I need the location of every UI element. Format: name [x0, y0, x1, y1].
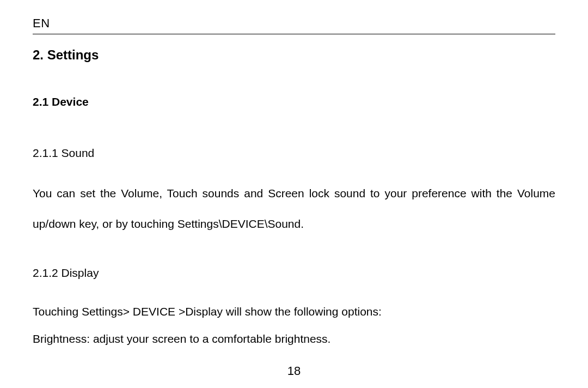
item-option-brightness: Brightness: adjust your screen to a comf…	[33, 325, 555, 353]
item-body-sound: You can set the Volume, Touch sounds and…	[33, 178, 555, 239]
subsection-title: 2.1 Device	[33, 95, 555, 108]
document-page: EN 2. Settings 2.1 Device 2.1.1 Sound Yo…	[0, 0, 588, 388]
item-intro-display: Touching Settings> DEVICE >Display will …	[33, 298, 555, 325]
item-heading-display: 2.1.2 Display	[33, 266, 555, 280]
item-heading-sound: 2.1.1 Sound	[33, 147, 555, 160]
page-number: 18	[0, 364, 588, 378]
section-title: 2. Settings	[33, 47, 555, 63]
language-header: EN	[33, 16, 555, 34]
